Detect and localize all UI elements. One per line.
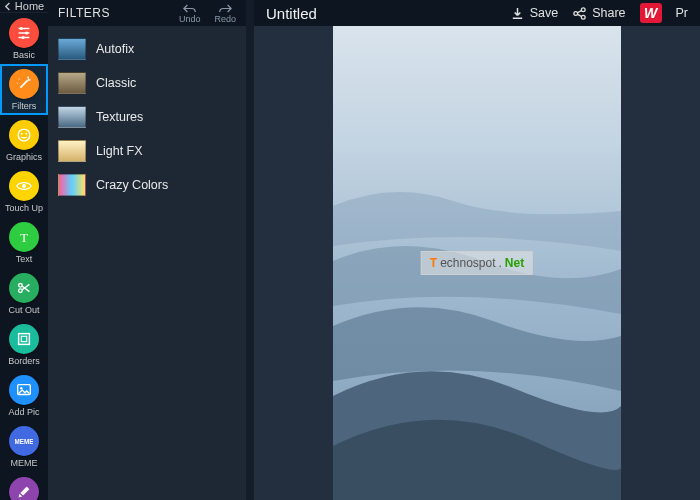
tool-graphics-label: Graphics — [6, 152, 42, 162]
redo-icon — [218, 3, 232, 14]
tool-strip: Home Basic Filters Graphics Touch Up — [0, 0, 48, 500]
svg-point-7 — [28, 79, 30, 81]
download-icon — [510, 6, 525, 21]
svg-point-4 — [25, 31, 28, 34]
svg-point-22 — [574, 11, 578, 15]
chevron-left-icon — [4, 2, 13, 11]
svg-point-5 — [21, 36, 24, 39]
filter-label: Textures — [96, 110, 143, 124]
thumb-icon — [58, 140, 86, 162]
tool-borders-label: Borders — [8, 356, 40, 366]
magic-wand-icon — [9, 69, 39, 99]
svg-point-23 — [582, 7, 586, 11]
svg-text:MEME: MEME — [15, 438, 33, 445]
thumb-icon — [58, 72, 86, 94]
filter-item-autofix[interactable]: Autofix — [48, 32, 246, 66]
svg-point-24 — [582, 15, 586, 19]
filter-item-crazycolors[interactable]: Crazy Colors — [48, 168, 246, 202]
scissors-icon — [9, 273, 39, 303]
svg-rect-17 — [19, 334, 30, 345]
filter-item-textures[interactable]: Textures — [48, 100, 246, 134]
svg-point-11 — [22, 184, 26, 188]
sliders-icon — [9, 18, 39, 48]
tool-meme-label: MEME — [11, 458, 38, 468]
tool-filters[interactable]: Filters — [0, 64, 48, 115]
paintbrush-icon — [9, 477, 39, 500]
svg-point-9 — [21, 133, 23, 135]
tool-text[interactable]: T Text — [0, 217, 48, 268]
print-button[interactable]: Pr — [676, 6, 689, 20]
save-label: Save — [530, 6, 559, 20]
watermark-t: T — [430, 256, 437, 270]
filter-label: Classic — [96, 76, 136, 90]
tool-touchup-label: Touch Up — [5, 203, 43, 213]
share-label: Share — [592, 6, 625, 20]
tool-addpic-label: Add Pic — [8, 407, 39, 417]
home-button[interactable]: Home — [0, 0, 48, 13]
filter-label: Autofix — [96, 42, 134, 56]
thumb-icon — [58, 38, 86, 60]
document-title: Untitled — [266, 5, 317, 22]
redo-button[interactable]: Redo — [214, 3, 236, 24]
share-button[interactable]: Share — [572, 6, 625, 21]
svg-point-8 — [18, 129, 30, 141]
eye-icon — [9, 171, 39, 201]
tool-graphics[interactable]: Graphics — [0, 115, 48, 166]
watermark-mid: echnospot — [440, 256, 495, 270]
svg-rect-18 — [21, 336, 26, 341]
watermark: Technospot.Net — [421, 251, 533, 275]
undo-icon — [183, 3, 197, 14]
panel-title: FILTERS — [58, 6, 110, 20]
image-icon — [9, 375, 39, 405]
svg-point-10 — [25, 133, 27, 135]
filter-list: Autofix Classic Textures Light FX Crazy … — [48, 26, 246, 208]
meme-icon: MEME — [9, 426, 39, 456]
text-icon: T — [9, 222, 39, 252]
filter-label: Light FX — [96, 144, 143, 158]
tool-text-label: Text — [16, 254, 33, 264]
filters-panel: FILTERS Undo Redo Autofix Classic — [48, 0, 246, 500]
tool-filters-label: Filters — [12, 101, 37, 111]
tool-basic-label: Basic — [13, 50, 35, 60]
tool-paint[interactable]: Paint — [0, 472, 48, 500]
svg-line-25 — [578, 10, 582, 12]
tool-touchup[interactable]: Touch Up — [0, 166, 48, 217]
tool-basic[interactable]: Basic — [0, 13, 48, 64]
thumb-icon — [58, 174, 86, 196]
tool-cutout-label: Cut Out — [8, 305, 39, 315]
panel-divider — [246, 0, 254, 500]
filter-label: Crazy Colors — [96, 178, 168, 192]
canvas-body[interactable]: Technospot.Net — [254, 26, 700, 500]
redo-label: Redo — [214, 14, 236, 24]
svg-point-14 — [19, 289, 23, 293]
canvas-area: Untitled Save Share W Pr — [254, 0, 700, 500]
save-button[interactable]: Save — [510, 6, 559, 21]
svg-text:T: T — [20, 231, 28, 245]
filter-item-lightfx[interactable]: Light FX — [48, 134, 246, 168]
walgreens-brand-icon[interactable]: W — [640, 3, 662, 23]
frame-icon — [9, 324, 39, 354]
share-icon — [572, 6, 587, 21]
tool-meme[interactable]: MEME MEME — [0, 421, 48, 472]
thumb-icon — [58, 106, 86, 128]
svg-line-26 — [578, 14, 582, 16]
tool-cutout[interactable]: Cut Out — [0, 268, 48, 319]
home-label: Home — [15, 0, 44, 12]
watermark-n: Net — [505, 256, 524, 270]
undo-button[interactable]: Undo — [179, 3, 201, 24]
tool-addpic[interactable]: Add Pic — [0, 370, 48, 421]
svg-point-3 — [20, 27, 23, 30]
undo-label: Undo — [179, 14, 201, 24]
sticker-icon — [9, 120, 39, 150]
svg-line-6 — [20, 80, 27, 87]
tool-borders[interactable]: Borders — [0, 319, 48, 370]
canvas-toolbar: Untitled Save Share W Pr — [254, 0, 700, 26]
filter-item-classic[interactable]: Classic — [48, 66, 246, 100]
svg-point-13 — [19, 284, 23, 288]
svg-point-20 — [20, 387, 22, 389]
